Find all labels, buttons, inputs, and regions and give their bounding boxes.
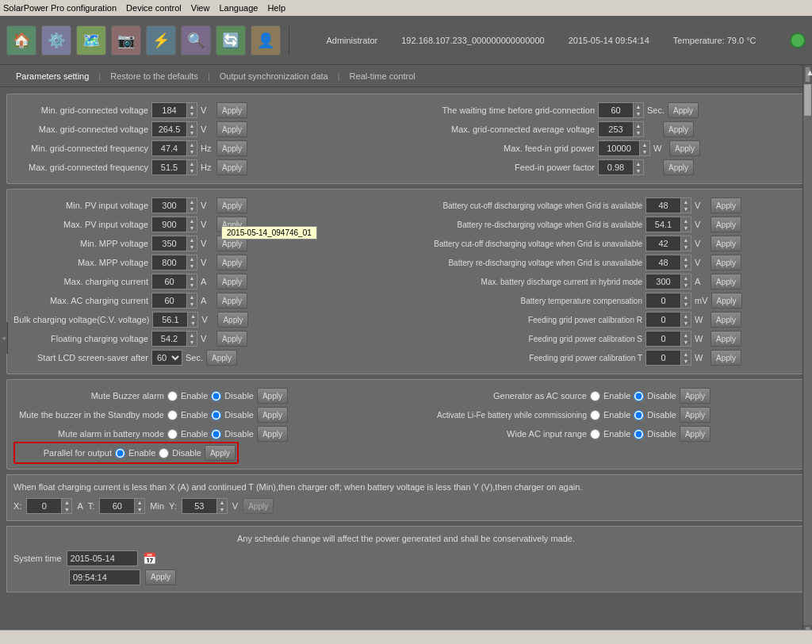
spin-up-feed-grid-t[interactable]: ▲ [681, 351, 691, 358]
spin-up-max-ac-charging-current[interactable]: ▲ [187, 293, 197, 301]
spin-max-ac-charging-current[interactable]: ▲ ▼ [151, 293, 197, 309]
tab-realtime[interactable]: Real-time control [347, 70, 419, 82]
tab-restore[interactable]: Restore to the defaults [107, 70, 201, 82]
radio-life-battery-enable[interactable] [590, 410, 600, 420]
spin-arrows-x[interactable]: ▲ ▼ [61, 498, 72, 514]
spin-x-value[interactable]: ▲ ▼ [26, 498, 72, 514]
spin-max-batt-discharge-hybrid[interactable]: ▲ ▼ [645, 274, 691, 289]
tab-parameters[interactable]: Parameters setting [13, 70, 92, 82]
spin-arrows-min-pv-voltage[interactable]: ▲ ▼ [186, 197, 197, 213]
apply-max-grid-voltage[interactable]: Apply [216, 121, 247, 137]
spin-down-x[interactable]: ▼ [62, 506, 71, 513]
radio-wide-ac-enable[interactable] [590, 429, 600, 439]
spin-up-feed-grid-r[interactable]: ▲ [681, 312, 691, 320]
spin-arrows-wait-time[interactable]: ▲ ▼ [633, 102, 644, 118]
spin-arrows-max-grid-voltage[interactable]: ▲ ▼ [186, 121, 197, 137]
apply-generator-ac[interactable]: Apply [680, 388, 710, 404]
toolbar-icon-home[interactable]: 🏠 [6, 25, 36, 56]
spin-down-feed-grid-t[interactable]: ▼ [681, 358, 691, 365]
spin-down-min-grid-freq[interactable]: ▼ [187, 148, 197, 155]
input-max-pv-voltage[interactable] [151, 217, 186, 232]
spin-arrows-power-factor[interactable]: ▲ ▼ [633, 159, 644, 175]
input-feed-grid-s[interactable] [645, 331, 680, 347]
spin-up-min-grid-voltage[interactable]: ▲ [187, 103, 197, 110]
spin-max-grid-freq[interactable]: ▲ ▼ [151, 159, 197, 175]
spin-down-max-mpp-voltage[interactable]: ▼ [187, 263, 197, 270]
spin-feed-grid-r[interactable]: ▲ ▼ [645, 312, 691, 328]
apply-parallel-output[interactable]: Apply [205, 445, 236, 461]
spin-up-min-grid-freq[interactable]: ▲ [187, 141, 197, 148]
radio-mute-battery-disable[interactable] [211, 429, 221, 439]
spin-feed-grid-t[interactable]: ▲ ▼ [645, 350, 691, 366]
toolbar-icon-camera[interactable]: 📷 [111, 25, 141, 56]
radio-mute-standby-disable[interactable] [211, 410, 221, 420]
apply-batt-cutoff-grid-avail[interactable]: Apply [710, 197, 741, 213]
apply-feed-grid-r[interactable]: Apply [710, 312, 741, 328]
input-feed-grid-t[interactable] [645, 350, 680, 366]
spin-up-t[interactable]: ▲ [135, 499, 144, 506]
spin-arrows-feed-grid-t[interactable]: ▲ ▼ [680, 350, 691, 366]
spin-down-bulk-charging-voltage[interactable]: ▼ [188, 320, 197, 327]
spin-arrows-t[interactable]: ▲ ▼ [134, 498, 145, 514]
input-wait-time[interactable] [598, 102, 633, 118]
input-x-value[interactable] [26, 498, 61, 514]
spin-up-batt-redisch-grid-avail[interactable]: ▲ [681, 217, 691, 224]
spin-batt-redisch-grid-avail[interactable]: ▲ ▼ [645, 217, 691, 232]
input-feedin-power[interactable] [598, 140, 639, 156]
apply-system-time[interactable]: Apply [145, 569, 176, 585]
spin-arrows-min-mpp-voltage[interactable]: ▲ ▼ [186, 236, 197, 251]
spin-feedin-power[interactable]: ▲ ▼ [598, 140, 650, 156]
input-batt-cutoff-grid-unavail[interactable] [645, 236, 680, 251]
spin-y-value[interactable]: ▲ ▼ [182, 498, 228, 514]
spin-down-batt-cutoff-grid-unavail[interactable]: ▼ [681, 243, 691, 251]
spin-min-pv-voltage[interactable]: ▲ ▼ [151, 197, 197, 213]
apply-feed-grid-t[interactable]: Apply [710, 350, 741, 366]
input-feed-grid-r[interactable] [645, 312, 680, 328]
apply-max-grid-freq[interactable]: Apply [216, 159, 247, 175]
apply-min-grid-voltage[interactable]: Apply [216, 102, 247, 118]
spin-arrows-feedin-power[interactable]: ▲ ▼ [639, 140, 650, 156]
spin-max-grid-voltage[interactable]: ▲ ▼ [151, 121, 197, 137]
menu-device-control[interactable]: Device control [126, 3, 182, 13]
spin-up-floating-charging-voltage[interactable]: ▲ [187, 332, 197, 339]
spin-arrows-max-mpp-voltage[interactable]: ▲ ▼ [186, 255, 197, 270]
spin-down-batt-temp-comp[interactable]: ▼ [681, 301, 691, 308]
spin-down-max-ac-charging-current[interactable]: ▼ [187, 301, 197, 308]
apply-power-factor[interactable]: Apply [663, 159, 694, 175]
spin-arrows-batt-cutoff-grid-avail[interactable]: ▲ ▼ [680, 197, 691, 213]
spin-feed-grid-s[interactable]: ▲ ▼ [645, 331, 691, 347]
spin-arrows-feed-grid-s[interactable]: ▲ ▼ [680, 331, 691, 347]
spin-down-min-grid-voltage[interactable]: ▼ [187, 110, 197, 117]
toolbar-icon-user[interactable]: 👤 [251, 25, 281, 56]
spin-up-max-mpp-voltage[interactable]: ▲ [187, 255, 197, 263]
spin-arrows-max-charging-current[interactable]: ▲ ▼ [186, 274, 197, 289]
spin-up-max-grid-voltage[interactable]: ▲ [187, 122, 197, 129]
spin-down-max-grid-voltage[interactable]: ▼ [187, 129, 197, 136]
spin-arrows-max-avg-voltage[interactable]: ▲ ▼ [633, 121, 644, 137]
spin-arrows-max-batt-discharge-hybrid[interactable]: ▲ ▼ [680, 274, 691, 289]
spin-up-power-factor[interactable]: ▲ [634, 160, 643, 167]
input-min-grid-voltage[interactable] [151, 102, 186, 118]
input-min-mpp-voltage[interactable] [151, 236, 186, 251]
input-system-time[interactable] [69, 569, 140, 585]
spin-up-min-mpp-voltage[interactable]: ▲ [187, 236, 197, 243]
spin-down-feed-grid-r[interactable]: ▼ [681, 320, 691, 327]
spin-up-x[interactable]: ▲ [62, 499, 71, 506]
apply-life-battery[interactable]: Apply [680, 407, 710, 423]
spin-down-max-pv-voltage[interactable]: ▼ [187, 224, 197, 232]
input-max-mpp-voltage[interactable] [151, 255, 186, 270]
input-max-grid-voltage[interactable] [151, 121, 186, 137]
spin-down-max-avg-voltage[interactable]: ▼ [634, 129, 643, 136]
menu-help[interactable]: Help [267, 3, 285, 13]
input-power-factor[interactable] [598, 159, 633, 175]
radio-parallel-output-enable[interactable] [115, 448, 125, 458]
spin-down-t[interactable]: ▼ [135, 506, 144, 513]
spin-down-max-charging-current[interactable]: ▼ [187, 282, 197, 289]
input-max-avg-voltage[interactable] [598, 121, 633, 137]
apply-feedin-power[interactable]: Apply [669, 140, 700, 156]
spin-floating-charging-voltage[interactable]: ▲ ▼ [151, 331, 197, 347]
spin-arrows-max-grid-freq[interactable]: ▲ ▼ [186, 159, 197, 175]
radio-mute-standby-enable[interactable] [167, 410, 178, 420]
input-max-grid-freq[interactable] [151, 159, 186, 175]
apply-mute-buzzer[interactable]: Apply [257, 388, 288, 404]
